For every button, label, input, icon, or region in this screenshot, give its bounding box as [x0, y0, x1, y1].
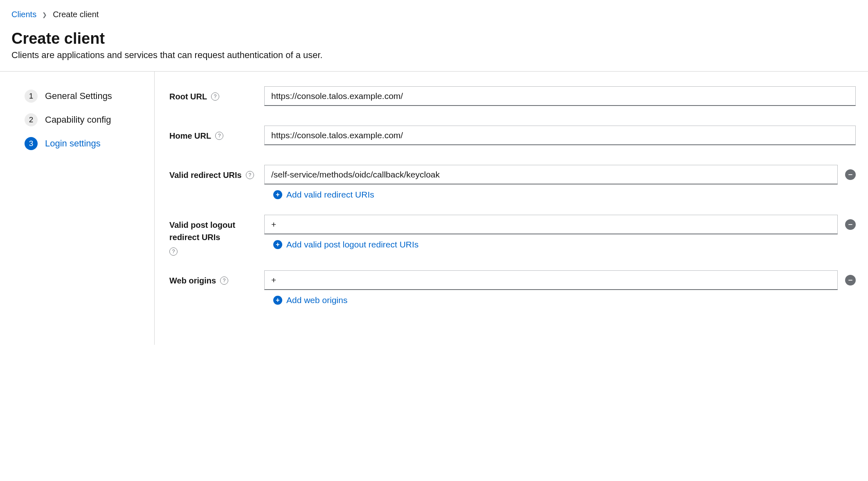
wizard-step-capability-config[interactable]: 2 Capability config [25, 113, 143, 126]
label-text: Web origins [169, 274, 216, 287]
step-number-badge: 2 [25, 113, 38, 126]
field-label: Valid post logout redirect URIs ? [169, 215, 264, 256]
add-button-label: Add valid redirect URIs [286, 190, 374, 200]
step-label: General Settings [45, 91, 112, 101]
chevron-right-icon: ❯ [42, 11, 47, 18]
page-header: Create client Clients are applications a… [0, 30, 868, 71]
add-web-origin-button[interactable]: + Add web origins [264, 295, 350, 306]
field-label: Valid redirect URIs ? [169, 165, 264, 181]
remove-redirect-uri-button[interactable] [845, 169, 856, 180]
remove-web-origin-button[interactable] [845, 275, 856, 285]
help-icon[interactable]: ? [220, 276, 228, 285]
web-origin-input[interactable] [264, 270, 838, 290]
wizard-step-general-settings[interactable]: 1 General Settings [25, 90, 143, 103]
wizard-steps: 1 General Settings 2 Capability config 3… [0, 72, 155, 345]
field-row-web-origins: Web origins ? + Add web origins [169, 270, 856, 306]
add-button-label: Add web origins [286, 295, 347, 305]
help-icon[interactable]: ? [169, 247, 178, 256]
add-button-label: Add valid post logout redirect URIs [286, 240, 418, 249]
add-post-logout-uri-button[interactable]: + Add valid post logout redirect URIs [264, 239, 421, 250]
label-text: Valid post logout redirect URIs [169, 219, 264, 243]
field-row-root-url: Root URL ? [169, 86, 856, 111]
label-text: Root URL [169, 90, 207, 103]
wizard-step-login-settings[interactable]: 3 Login settings [25, 137, 143, 150]
page-subtitle: Clients are applications and services th… [11, 50, 857, 61]
root-url-input[interactable] [264, 86, 856, 106]
help-icon[interactable]: ? [211, 92, 219, 101]
field-row-post-logout-uris: Valid post logout redirect URIs ? + Add … [169, 215, 856, 256]
field-label: Root URL ? [169, 86, 264, 103]
field-label: Web origins ? [169, 270, 264, 287]
minus-icon [848, 172, 853, 178]
svg-rect-0 [848, 174, 852, 175]
redirect-uri-input[interactable] [264, 165, 838, 184]
field-row-redirect-uris: Valid redirect URIs ? + Add valid redire… [169, 165, 856, 200]
help-icon[interactable]: ? [215, 132, 223, 140]
breadcrumb: Clients ❯ Create client [0, 10, 868, 30]
form-panel: Root URL ? Home URL ? [155, 72, 868, 345]
label-text: Valid redirect URIs [169, 169, 242, 181]
step-label: Capability config [45, 115, 111, 125]
plus-icon: + [273, 240, 282, 249]
minus-icon [848, 277, 853, 283]
label-text: Home URL [169, 130, 211, 142]
step-label: Login settings [45, 138, 101, 149]
field-row-home-url: Home URL ? [169, 126, 856, 150]
svg-rect-2 [848, 280, 852, 281]
add-redirect-uri-button[interactable]: + Add valid redirect URIs [264, 189, 377, 200]
minus-icon [848, 222, 853, 227]
step-number-badge: 1 [25, 90, 38, 103]
step-number-badge: 3 [25, 137, 38, 150]
remove-post-logout-uri-button[interactable] [845, 219, 856, 230]
post-logout-uri-input[interactable] [264, 215, 838, 234]
help-icon[interactable]: ? [246, 171, 254, 179]
page-title: Create client [11, 30, 857, 47]
svg-rect-1 [848, 224, 852, 225]
plus-icon: + [273, 190, 282, 199]
plus-icon: + [273, 296, 282, 305]
home-url-input[interactable] [264, 126, 856, 145]
field-label: Home URL ? [169, 126, 264, 142]
breadcrumb-link-clients[interactable]: Clients [11, 10, 36, 19]
breadcrumb-current: Create client [53, 10, 99, 19]
